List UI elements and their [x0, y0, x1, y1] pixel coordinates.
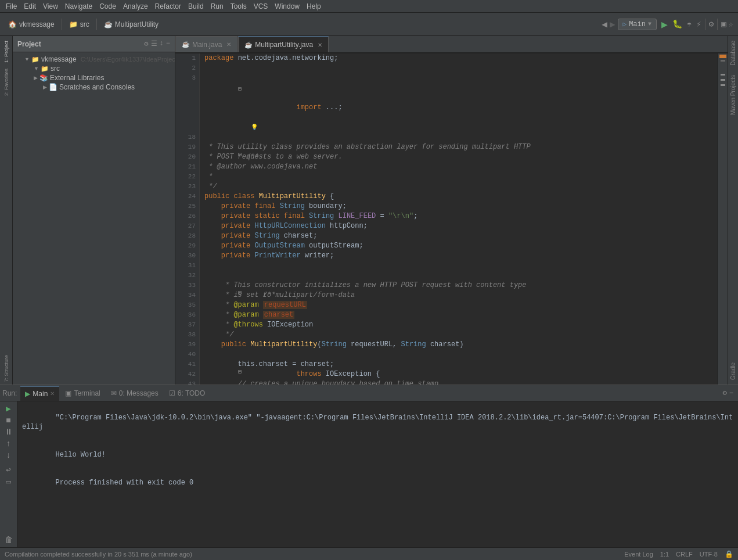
status-crlf[interactable]: CRLF — [676, 551, 693, 558]
toolbar-sep-2 — [96, 19, 97, 30]
src-expand-icon: ▼ — [34, 66, 39, 71]
code-content[interactable]: package net.codejava.networking; ⊟ impor… — [200, 53, 717, 385]
status-position: 1:1 — [660, 551, 669, 558]
project-layout-icon[interactable]: ☰ — [151, 40, 157, 48]
toolbar-back-icon[interactable]: ◀ — [602, 19, 607, 30]
event-log-link[interactable]: Event Log — [624, 551, 653, 558]
status-message: Compilation completed successfully in 20… — [5, 551, 620, 558]
toolbar-project[interactable]: 🏠 vkmessage — [5, 19, 58, 30]
stop-icon[interactable]: ■ — [6, 416, 10, 425]
tab-multipart-icon: ☕ — [244, 41, 253, 49]
toolbar-sep-1 — [62, 19, 62, 30]
menu-refactor[interactable]: Refactor — [152, 2, 185, 10]
menu-edit[interactable]: Edit — [20, 2, 39, 10]
menu-vcs[interactable]: VCS — [250, 2, 272, 10]
run-tab-close-icon[interactable]: ✕ — [50, 390, 55, 397]
menu-view[interactable]: View — [39, 2, 62, 10]
src-folder-icon-tree: 📁 — [41, 65, 49, 73]
right-error-stripe — [717, 53, 728, 385]
bottom-content: ▶ ■ ⏸ ↑ ↓ ↩ ▭ 🗑 "C:\Program Files\Java\j… — [0, 401, 738, 547]
menu-build[interactable]: Build — [185, 2, 207, 10]
status-encoding[interactable]: UTF-8 — [700, 551, 718, 558]
bookmark-icon[interactable]: ☆ — [729, 19, 733, 29]
scratches-icon: 📄 — [49, 83, 57, 91]
tree-item-vkmessage[interactable]: ▼ 📁 vkmessage C:\Users\Egor4ik1337\IdeaP… — [13, 55, 175, 64]
code-line-29: private OutputStream outputStream; — [204, 241, 712, 251]
settings-icon[interactable]: ⚙ — [709, 19, 714, 29]
project-sync-icon[interactable]: ↕ — [160, 40, 164, 48]
editor-area: ☕ Main.java ✕ ☕ MultipartUtility.java ✕ … — [175, 36, 728, 385]
bottom-tab-terminal[interactable]: ▣ Terminal — [60, 386, 105, 401]
tree-vkmessage-path: C:\Users\Egor4ik1337\IdeaProjects\v — [81, 56, 175, 63]
scroll-up-icon[interactable]: ↑ — [6, 439, 10, 448]
code-line-21: * @author www.codejava.net — [204, 162, 712, 172]
main-area: 1: Project 2: Favorites 7: Structure Pro… — [0, 36, 738, 385]
tab-multipart-utility-java[interactable]: ☕ MultipartUtility.java ✕ — [238, 36, 329, 52]
run-tab-label: Main — [33, 390, 48, 398]
tree-item-external-libs[interactable]: ▶ 📚 External Libraries — [13, 73, 175, 82]
run-button[interactable]: ▶ — [661, 18, 668, 31]
error-stripe-3 — [721, 79, 725, 81]
bottom-minimize-icon[interactable]: − — [729, 389, 733, 397]
toolbar-fwd-icon[interactable]: ▶ — [610, 19, 615, 30]
bottom-tab-run[interactable]: ▶ Main ✕ — [20, 386, 59, 401]
project-minimize-icon[interactable]: − — [166, 40, 170, 48]
code-line-41: this.charset = charset; — [204, 360, 712, 369]
wrap-icon[interactable]: ↩ — [6, 465, 10, 475]
code-editor[interactable]: 1 2 3 18 19 20 21 22 23 24 25 26 27 28 2… — [175, 53, 728, 385]
todo-tab-icon: ☑ — [169, 389, 175, 397]
profile-button[interactable]: ⚡ — [696, 19, 701, 29]
rerun-icon[interactable]: ▶ — [6, 404, 10, 414]
menu-run[interactable]: Run — [207, 2, 227, 10]
filter-icon[interactable]: ▭ — [6, 477, 10, 487]
code-line-36: * @param charset — [204, 310, 712, 320]
favorites-sidebar-btn[interactable]: 2: Favorites — [2, 66, 10, 98]
left-sidebar: 1: Project 2: Favorites 7: Structure — [0, 36, 13, 385]
structure-sidebar-btn[interactable]: 7: Structure — [2, 353, 10, 385]
maven-tab[interactable]: Maven Projects — [729, 70, 737, 120]
project-folder-icon: 📁 — [31, 56, 39, 63]
menu-window[interactable]: Window — [271, 2, 303, 10]
project-sidebar-btn[interactable]: 1: Project — [2, 38, 10, 65]
gradle-tab[interactable]: Gradle — [729, 358, 737, 385]
menu-help[interactable]: Help — [303, 2, 325, 10]
project-gear-icon[interactable]: ⚙ — [144, 40, 148, 48]
pause-icon[interactable]: ⏸ — [5, 428, 13, 437]
bottom-tab-messages[interactable]: ✉ 0: Messages — [106, 386, 163, 401]
toolbar-sep-3 — [705, 19, 705, 30]
debug-button[interactable]: 🐛 — [672, 19, 682, 29]
tree-item-src[interactable]: ▼ 📁 src — [13, 64, 175, 73]
bottom-settings-icon[interactable]: ⚙ — [723, 389, 727, 397]
trash-icon[interactable]: 🗑 — [5, 536, 13, 545]
run-config-icon: ▷ — [623, 20, 627, 28]
menu-analyze[interactable]: Analyze — [120, 2, 152, 10]
code-line-19: * This utility class provides an abstrac… — [204, 142, 712, 152]
tab-multipart-close-icon[interactable]: ✕ — [318, 42, 322, 48]
menu-code[interactable]: Code — [96, 2, 120, 10]
code-line-43: // creates a unique boundary based on ti… — [204, 379, 712, 385]
tab-multipart-label: MultipartUtility.java — [255, 41, 313, 49]
menu-navigate[interactable]: Navigate — [62, 2, 96, 10]
status-right: Event Log 1:1 CRLF UTF-8 🔒 — [624, 550, 733, 558]
menu-file[interactable]: File — [2, 2, 20, 10]
database-tab[interactable]: Database — [729, 36, 737, 70]
scroll-down-icon[interactable]: ↓ — [6, 451, 10, 460]
code-line-40: ⊟ throws IOException { — [204, 350, 712, 360]
bottom-tabs-bar: Run: ▶ Main ✕ ▣ Terminal ✉ 0: Messages ☑… — [0, 385, 738, 401]
error-stripe-top — [719, 55, 726, 58]
bottom-tab-todo[interactable]: ☑ 6: TODO — [164, 386, 210, 401]
toolbar-file[interactable]: ☕ MultipartUtility — [100, 19, 162, 30]
toolbar-src[interactable]: 📁 src — [66, 19, 93, 30]
tab-main-close-icon[interactable]: ✕ — [226, 41, 231, 48]
coverage-button[interactable]: ☂ — [687, 19, 692, 29]
tree-item-scratches[interactable]: ▶ 📄 Scratches and Consoles — [13, 82, 175, 92]
code-line-23: */ — [204, 182, 712, 192]
menu-tools[interactable]: Tools — [227, 2, 250, 10]
terminal-tab-icon: ▣ — [65, 389, 71, 397]
run-config-selector[interactable]: ▷ Main ▼ — [618, 19, 657, 30]
console-area[interactable]: "C:\Program Files\Java\jdk-10.0.2\bin\ja… — [17, 401, 738, 547]
tab-main-java-label: Main.java — [192, 41, 222, 49]
libs-icon: 📚 — [39, 74, 48, 82]
tab-main-java[interactable]: ☕ Main.java ✕ — [175, 36, 237, 52]
terminal-icon[interactable]: ▣ — [721, 19, 726, 29]
